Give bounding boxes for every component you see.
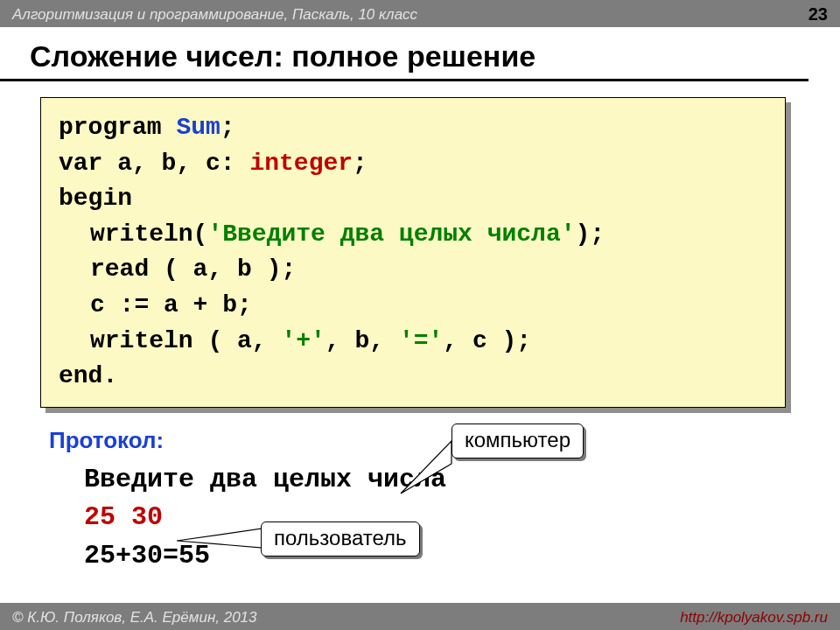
- code-content: program Sum; var a, b, c: integer; begin…: [40, 97, 786, 408]
- code-line: program Sum;: [59, 110, 767, 146]
- slide-title: Сложение чисел: полное решение: [0, 27, 808, 81]
- course-title: Алгоритмизация и программирование, Паска…: [12, 6, 417, 24]
- callout-label: компьютер: [452, 424, 584, 458]
- callout-computer: компьютер: [452, 424, 584, 458]
- protocol-output: Введите два целых числа 25 30 25+30=55: [84, 461, 840, 576]
- code-line: end.: [59, 359, 767, 395]
- code-line: read ( a, b );: [59, 252, 767, 288]
- protocol-line: Введите два целых числа: [84, 461, 840, 500]
- page-number: 23: [808, 4, 828, 24]
- callout-user: пользователь: [261, 522, 420, 556]
- code-line: writeln ( a, '+', b, '=', c );: [59, 324, 767, 360]
- code-line: c := a + b;: [59, 288, 767, 324]
- code-line: writeln('Введите два целых числа');: [59, 217, 767, 253]
- code-line: var a, b, c: integer;: [59, 146, 767, 182]
- code-block: program Sum; var a, b, c: integer; begin…: [40, 97, 786, 408]
- footer-url: http://kpolyakov.spb.ru: [680, 609, 828, 626]
- header-bar: Алгоритмизация и программирование, Паска…: [0, 0, 840, 27]
- svg-marker-1: [177, 528, 262, 548]
- footer-bar: © К.Ю. Поляков, Е.А. Ерёмин, 2013 http:/…: [0, 603, 840, 630]
- callout-pointer-icon: [177, 525, 273, 551]
- callout-label: пользователь: [261, 522, 420, 556]
- code-line: begin: [59, 181, 767, 217]
- svg-marker-0: [401, 441, 452, 494]
- copyright: © К.Ю. Поляков, Е.А. Ерёмин, 2013: [12, 609, 257, 626]
